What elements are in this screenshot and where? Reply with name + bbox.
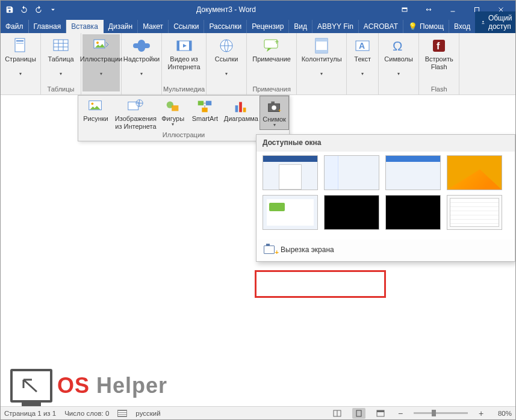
- view-read-button[interactable]: [331, 408, 344, 419]
- online-video-button[interactable]: Видео из Интернета: [166, 34, 203, 84]
- window-thumb-6[interactable]: [324, 195, 379, 230]
- group-headerfooter: Колонтитулы ▾: [297, 33, 347, 94]
- window-thumb-7[interactable]: [385, 195, 441, 230]
- share-button[interactable]: Общий доступ: [475, 11, 516, 33]
- comment-button[interactable]: + Примечание: [248, 34, 295, 84]
- zoom-slider[interactable]: [414, 412, 468, 414]
- view-web-button[interactable]: [374, 408, 387, 419]
- undo-button[interactable]: [17, 3, 31, 16]
- group-links: Ссылки ▾: [207, 33, 247, 94]
- window-thumb-4[interactable]: [447, 155, 502, 190]
- tab-abbyy[interactable]: ABBYY Fin: [312, 20, 359, 33]
- shapes-icon: [164, 98, 182, 115]
- tab-home[interactable]: Главная: [29, 20, 67, 33]
- undo-icon: [20, 5, 28, 14]
- titlebar: Документ3 - Word: [1, 1, 515, 18]
- tab-layout[interactable]: Макет: [138, 20, 169, 33]
- qat-dropdown[interactable]: [46, 3, 60, 16]
- svg-rect-18: [316, 39, 328, 42]
- flash-button[interactable]: f Встроить Flash: [420, 34, 458, 84]
- chart-icon: [232, 98, 250, 115]
- svg-point-38: [272, 105, 276, 110]
- svg-rect-44: [377, 410, 384, 412]
- table-icon: [51, 36, 70, 55]
- group-caption: [2, 91, 39, 94]
- links-button[interactable]: Ссылки ▾: [208, 34, 245, 91]
- chevron-down-icon: ▾: [100, 71, 102, 76]
- chevron-down-icon: ▾: [172, 122, 174, 127]
- links-label: Ссылки: [215, 55, 238, 72]
- tab-acrobat[interactable]: ACROBAT: [359, 20, 403, 33]
- statusbar: Страница 1 из 1 Число слов: 0 русский − …: [1, 406, 515, 419]
- redo-button[interactable]: [32, 3, 45, 16]
- online-pictures-button[interactable]: Изображения из Интернета: [113, 96, 158, 130]
- screenshot-button[interactable]: + Снимок ▾: [260, 96, 289, 130]
- tab-insert[interactable]: Вставка: [66, 20, 104, 33]
- chart-label: Диаграмма: [224, 115, 258, 123]
- save-button[interactable]: [3, 3, 16, 16]
- tab-view[interactable]: Вид: [289, 20, 312, 33]
- window-thumb-1[interactable]: [263, 155, 318, 190]
- ribbon-display-options[interactable]: [393, 1, 417, 18]
- minimize-icon: [449, 6, 456, 13]
- illustrations-button[interactable]: Иллюстрации ▾: [82, 34, 120, 91]
- page-indicator[interactable]: Страница 1 из 1: [4, 410, 56, 417]
- group-illustrations: Иллюстрации ▾: [81, 33, 122, 94]
- group-tables: Таблица ▾ Таблицы: [41, 33, 81, 94]
- tab-references[interactable]: Ссылки: [169, 20, 204, 33]
- tell-me[interactable]: 💡Помощ: [403, 20, 449, 33]
- window-thumb-8[interactable]: [447, 195, 502, 230]
- tab-design[interactable]: Дизайн: [104, 20, 138, 33]
- proofing-icon[interactable]: [117, 410, 127, 417]
- window-thumb-3[interactable]: [385, 155, 441, 190]
- table-button[interactable]: Таблица ▾: [42, 34, 79, 84]
- zoom-in-button[interactable]: +: [476, 409, 486, 418]
- word-count[interactable]: Число слов: 0: [64, 410, 109, 417]
- ribbon-tabs: Файл Главная Вставка Дизайн Макет Ссылки…: [1, 18, 515, 33]
- addins-button[interactable]: Надстройки ▾: [123, 34, 160, 91]
- svg-rect-30: [172, 105, 178, 111]
- text-button[interactable]: A Текст ▾: [348, 34, 377, 91]
- symbols-label: Символы: [384, 55, 413, 72]
- smartart-button[interactable]: SmartArt: [187, 96, 222, 130]
- oshelper-logo: OS Helper: [10, 369, 167, 403]
- flash-label: Встроить Flash: [421, 55, 456, 72]
- svg-rect-31: [198, 101, 204, 106]
- language-indicator[interactable]: русский: [135, 410, 160, 417]
- zoom-level[interactable]: 80%: [498, 410, 512, 417]
- minimize-button[interactable]: [441, 1, 465, 18]
- smartart-label: SmartArt: [192, 115, 218, 123]
- shapes-button[interactable]: Фигуры ▾: [158, 96, 188, 130]
- pages-button[interactable]: Страницы ▾: [2, 34, 39, 91]
- group-caption: [208, 91, 245, 94]
- fullscreen-button[interactable]: [417, 1, 441, 18]
- pages-label: Страницы: [5, 55, 36, 72]
- camera-plus-icon: [264, 246, 275, 254]
- pictures-button[interactable]: Рисунки: [78, 96, 113, 130]
- symbols-button[interactable]: Ω Символы ▾: [380, 34, 417, 91]
- tab-review[interactable]: Рецензир: [247, 20, 289, 33]
- quick-access-toolbar: [3, 3, 60, 16]
- svg-point-10: [96, 42, 99, 44]
- sign-in-button[interactable]: Вход: [449, 20, 475, 33]
- chevron-down-icon: ▾: [225, 71, 228, 76]
- tab-file[interactable]: Файл: [1, 20, 29, 33]
- tell-me-label: Помощ: [420, 22, 444, 31]
- addins-label: Надстройки: [123, 55, 160, 72]
- chevron-down-icon: ▾: [273, 122, 276, 128]
- svg-rect-3: [475, 7, 479, 11]
- view-print-button[interactable]: [352, 408, 365, 419]
- pictures-label: Рисунки: [83, 115, 108, 123]
- chart-button[interactable]: Диаграмма: [222, 96, 260, 130]
- svg-rect-19: [316, 50, 328, 53]
- window-thumb-2[interactable]: [324, 155, 379, 190]
- group-caption: [298, 91, 345, 94]
- svg-rect-12: [177, 41, 179, 51]
- headerfooter-button[interactable]: Колонтитулы ▾: [298, 34, 345, 91]
- zoom-out-button[interactable]: −: [396, 409, 405, 418]
- window-thumb-5[interactable]: [263, 195, 318, 230]
- svg-rect-8: [54, 40, 68, 51]
- tab-mailings[interactable]: Рассылки: [204, 20, 247, 33]
- camera-icon: +: [266, 99, 284, 116]
- screen-clipping-button[interactable]: Вырезка экрана: [256, 239, 515, 261]
